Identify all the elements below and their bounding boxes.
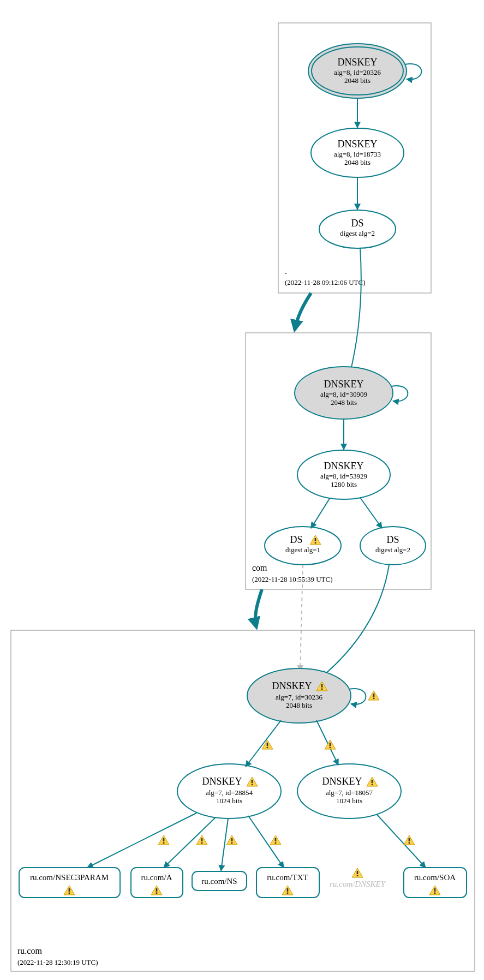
edge-com-zsk-ds2 (360, 498, 382, 528)
svg-text:1024 bits: 1024 bits (336, 797, 362, 805)
node-com-ksk[interactable]: DNSKEY alg=8, id=30909 2048 bits (295, 367, 393, 419)
svg-text:DNSKEY: DNSKEY (322, 776, 362, 787)
svg-text:digest alg=1: digest alg=1 (285, 546, 320, 554)
warn-icon (226, 835, 237, 845)
warn-icon (196, 835, 207, 845)
svg-text:ru.com/TXT: ru.com/TXT (267, 873, 308, 882)
zone-ts-com: (2022-11-28 10:55:39 UTC) (252, 575, 333, 583)
warn-icon (262, 740, 273, 749)
svg-text:digest alg=2: digest alg=2 (375, 546, 410, 554)
svg-text:ru.com/NS: ru.com/NS (201, 877, 237, 886)
svg-text:DNSKEY: DNSKEY (324, 379, 363, 390)
svg-text:alg=7, id=18057: alg=7, id=18057 (326, 788, 373, 797)
svg-text:2048 bits: 2048 bits (344, 158, 371, 166)
node-rucom-ksk[interactable]: DNSKEY alg=7, id=30236 2048 bits (247, 668, 351, 723)
svg-text:alg=7, id=30236: alg=7, id=30236 (276, 693, 323, 701)
node-root-ksk[interactable]: DNSKEY alg=8, id=20326 2048 bits (308, 44, 407, 98)
warn-icon (270, 835, 281, 845)
zone-name-rucom: ru.com (17, 946, 42, 955)
node-rucom-zsk-left[interactable]: DNSKEY alg=7, id=28854 1024 bits (177, 764, 281, 818)
svg-text:2048 bits: 2048 bits (344, 76, 371, 85)
edge-zskr-soa (377, 814, 426, 868)
edge-rucom-ksk-zskr (316, 720, 338, 765)
edge-rucom-ksk-self (349, 689, 366, 704)
warn-icon (368, 691, 379, 700)
zone-ts-root: (2022-11-28 09:12:06 UTC) (285, 278, 366, 286)
svg-text:DNSKEY: DNSKEY (272, 680, 312, 691)
zone-name-root: . (285, 266, 287, 276)
svg-text:ru.com/NSEC3PARAM: ru.com/NSEC3PARAM (30, 873, 109, 882)
svg-text:alg=8, id=20326: alg=8, id=20326 (334, 68, 381, 76)
svg-text:DS: DS (290, 534, 302, 545)
edge-root-ds-com-ksk (349, 248, 361, 377)
rrset-soa[interactable]: ru.com/SOA (404, 868, 467, 898)
warn-icon (404, 835, 415, 845)
zone-ts-rucom: (2022-11-28 12:30:19 UTC) (17, 958, 98, 966)
svg-text:DNSKEY: DNSKEY (324, 461, 363, 471)
svg-text:alg=8, id=18733: alg=8, id=18733 (334, 150, 381, 158)
svg-text:DNSKEY: DNSKEY (337, 139, 377, 150)
node-com-ds1[interactable]: DS digest alg=1 (265, 527, 341, 565)
edge-rucom-ksk-zskl (246, 720, 281, 767)
svg-text:2048 bits: 2048 bits (331, 398, 357, 407)
node-com-ds2[interactable]: DS digest alg=2 (360, 527, 426, 565)
svg-text:DNSKEY: DNSKEY (337, 57, 377, 68)
svg-text:DS: DS (386, 534, 399, 545)
svg-text:DNSKEY: DNSKEY (202, 776, 242, 787)
rrset-txt[interactable]: ru.com/TXT (256, 868, 319, 898)
node-root-zsk[interactable]: DNSKEY alg=8, id=18733 2048 bits (311, 128, 404, 177)
rrset-ns[interactable]: ru.com/NS (192, 871, 247, 891)
zone-name-com: com (252, 563, 267, 572)
rrset-nsec3param[interactable]: ru.com/NSEC3PARAM (19, 868, 120, 898)
svg-text:alg=8, id=53929: alg=8, id=53929 (320, 472, 367, 480)
edge-root-ksk-self (405, 64, 421, 79)
svg-text:DS: DS (351, 218, 363, 229)
svg-text:1024 bits: 1024 bits (216, 797, 242, 805)
svg-text:1280 bits: 1280 bits (331, 480, 357, 488)
svg-text:2048 bits: 2048 bits (286, 701, 312, 709)
svg-text:alg=7, id=28854: alg=7, id=28854 (206, 788, 253, 797)
rrset-dnskey-muted: ru.com/DNSKEY (330, 868, 386, 888)
edge-zskl-nsec3 (87, 813, 196, 868)
node-com-zsk[interactable]: DNSKEY alg=8, id=53929 1280 bits (297, 450, 390, 499)
svg-text:ru.com/DNSKEY: ru.com/DNSKEY (330, 880, 386, 888)
edge-deleg-com-rucom (255, 589, 262, 628)
edge-com-ksk-self (391, 386, 408, 401)
node-root-ds[interactable]: DS digest alg=2 (319, 210, 396, 248)
warn-icon (352, 868, 363, 877)
warn-icon (158, 835, 169, 845)
node-rucom-zsk-right[interactable]: DNSKEY alg=7, id=18057 1024 bits (297, 764, 401, 818)
svg-text:digest alg=2: digest alg=2 (340, 229, 375, 237)
svg-text:alg=8, id=30909: alg=8, id=30909 (320, 390, 367, 398)
edge-com-zsk-ds1 (311, 498, 330, 528)
edge-deleg-root-com (295, 293, 311, 330)
svg-text:ru.com/A: ru.com/A (141, 873, 172, 882)
svg-text:ru.com/SOA: ru.com/SOA (414, 873, 456, 882)
rrset-a[interactable]: ru.com/A (131, 868, 183, 898)
